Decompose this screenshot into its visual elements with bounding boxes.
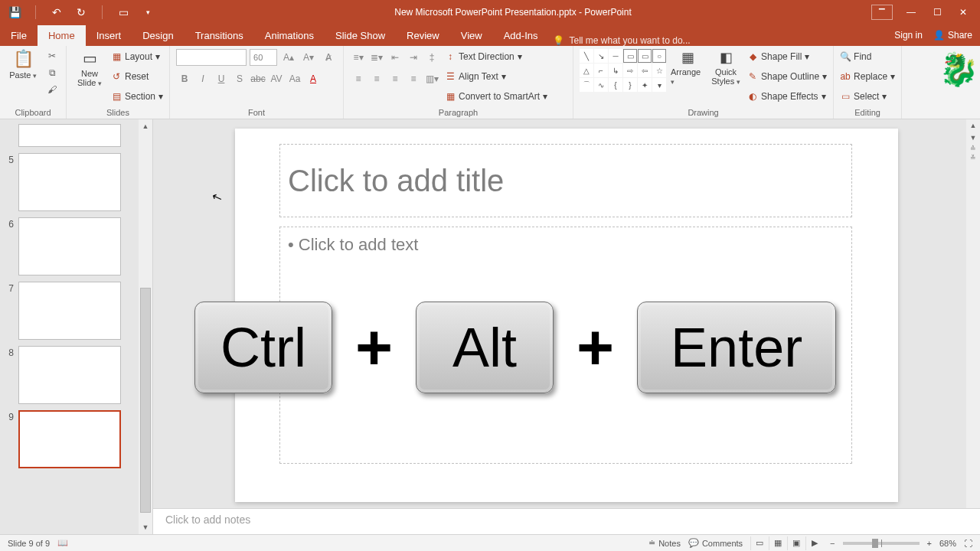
zoom-level[interactable]: 68% <box>939 539 956 548</box>
comments-toggle[interactable]: 💬 Comments <box>688 538 743 548</box>
numbering-button[interactable]: ≣▾ <box>368 49 385 66</box>
previous-slide-icon[interactable]: ≙ <box>966 144 980 153</box>
italic-button[interactable]: I <box>194 70 211 87</box>
scroll-handle[interactable] <box>140 288 151 512</box>
thumbnail-row[interactable]: 8 <box>0 343 139 407</box>
layout-button[interactable]: ▦Layout ▾ <box>111 49 163 64</box>
thumbnail-row[interactable] <box>0 121 139 150</box>
thumbnail-row[interactable]: 5 <box>0 150 139 214</box>
decrease-font-icon[interactable]: A▾ <box>300 49 317 66</box>
thumbnails-scrollbar[interactable]: ▲ ▼ <box>139 119 152 534</box>
shape-fill-button[interactable]: ◆Shape Fill ▾ <box>747 49 827 64</box>
shapes-gallery[interactable]: ╲↘─▭▭○ △⌐↳⇨⇦☆ ⌒∿{}✦▾ <box>580 49 666 92</box>
tab-view[interactable]: View <box>450 25 493 46</box>
paste-button[interactable]: 📋 Paste <box>6 49 40 80</box>
slide-counter[interactable]: Slide 9 of 9 <box>8 539 50 548</box>
zoom-slider[interactable] <box>843 542 920 545</box>
shape-outline-button[interactable]: ✎Shape Outline ▾ <box>747 69 827 84</box>
columns-button[interactable]: ▥▾ <box>423 70 440 87</box>
slide-thumbnail[interactable] <box>18 282 121 340</box>
bullets-button[interactable]: ≡▾ <box>350 49 367 66</box>
text-direction-button[interactable]: ↕Text Direction ▾ <box>445 49 547 64</box>
spellcheck-icon[interactable]: 📖 <box>57 538 68 548</box>
tab-file[interactable]: File <box>0 25 38 46</box>
underline-button[interactable]: U <box>213 70 230 87</box>
tab-design[interactable]: Design <box>132 25 184 46</box>
scroll-down-icon[interactable]: ▼ <box>139 520 152 534</box>
share-button[interactable]: 👤 Share <box>933 30 972 41</box>
tab-transitions[interactable]: Transitions <box>185 25 254 46</box>
notes-pane[interactable]: Click to add notes <box>153 508 980 534</box>
decrease-indent-button[interactable]: ⇤ <box>387 49 403 66</box>
save-icon[interactable]: 💾 <box>8 5 21 19</box>
ribbon-display-options-icon[interactable]: ▔ <box>871 5 893 20</box>
minimize-button[interactable]: — <box>899 3 923 21</box>
zoom-handle[interactable] <box>872 539 878 548</box>
find-button[interactable]: 🔍Find <box>840 49 895 64</box>
reading-view-icon[interactable]: ▣ <box>787 536 804 550</box>
strikethrough-button[interactable]: abc <box>250 70 266 87</box>
slide-thumbnail-selected[interactable] <box>18 410 121 468</box>
slide-thumbnail[interactable] <box>18 217 121 276</box>
convert-smartart-button[interactable]: ▦Convert to SmartArt ▾ <box>445 89 547 104</box>
editor-scrollbar[interactable]: ▲ ▼ ≙ ≚ <box>966 119 980 508</box>
scroll-up-icon[interactable]: ▲ <box>966 119 980 132</box>
cut-icon[interactable]: ✂ <box>44 49 60 63</box>
justify-button[interactable]: ≡ <box>405 70 422 87</box>
tab-addins[interactable]: Add-Ins <box>493 25 549 46</box>
tab-insert[interactable]: Insert <box>86 25 132 46</box>
font-family-select[interactable] <box>176 49 247 66</box>
zoom-out-button[interactable]: − <box>830 539 835 548</box>
tab-review[interactable]: Review <box>396 25 450 46</box>
slide-thumbnail[interactable] <box>18 153 121 211</box>
shadow-button[interactable]: S <box>231 70 248 87</box>
align-center-button[interactable]: ≡ <box>368 70 385 87</box>
scroll-up-icon[interactable]: ▲ <box>139 119 152 133</box>
align-right-button[interactable]: ≡ <box>387 70 403 87</box>
tell-me-search[interactable]: 💡 Tell me what you want to do... <box>553 35 690 46</box>
start-from-beginning-icon[interactable]: ▭ <box>116 5 130 19</box>
copy-icon[interactable]: ⧉ <box>44 66 60 80</box>
thumbnails-list[interactable]: 5 6 7 8 9 <box>0 119 139 534</box>
slide-thumbnail[interactable] <box>18 124 121 147</box>
increase-indent-button[interactable]: ⇥ <box>405 49 422 66</box>
tab-animations[interactable]: Animations <box>254 25 325 46</box>
clear-formatting-icon[interactable]: A̷ <box>320 49 337 66</box>
undo-icon[interactable]: ↶ <box>50 5 64 19</box>
maximize-button[interactable]: ☐ <box>925 3 949 21</box>
arrange-button[interactable]: ▦ Arrange <box>671 49 704 86</box>
fit-to-window-icon[interactable]: ⛶ <box>964 539 972 548</box>
char-spacing-button[interactable]: AV <box>268 70 285 87</box>
redo-icon[interactable]: ↻ <box>74 5 88 19</box>
section-button[interactable]: ▤Section ▾ <box>111 89 163 104</box>
font-color-button[interactable]: A <box>305 70 322 87</box>
slideshow-view-icon[interactable]: ▶ <box>805 536 822 550</box>
new-slide-button[interactable]: ▭ New Slide <box>73 49 106 87</box>
notes-toggle[interactable]: ≐ Notes <box>648 538 681 548</box>
scroll-down-icon[interactable]: ▼ <box>966 132 980 144</box>
thumbnail-row[interactable]: 6 <box>0 214 139 279</box>
replace-button[interactable]: abReplace ▾ <box>840 69 895 84</box>
align-text-button[interactable]: ☰Align Text ▾ <box>445 69 547 84</box>
normal-view-icon[interactable]: ▭ <box>750 536 767 550</box>
tab-slideshow[interactable]: Slide Show <box>325 25 396 46</box>
select-button[interactable]: ▭Select ▾ <box>840 89 895 104</box>
thumbnail-row[interactable]: 9 <box>0 407 139 471</box>
signin-link[interactable]: Sign in <box>894 30 923 41</box>
qat-customize-icon[interactable]: ▾ <box>141 5 155 19</box>
change-case-button[interactable]: Aa <box>286 70 303 87</box>
title-placeholder[interactable]: Click to add title <box>279 144 852 217</box>
slide-sorter-icon[interactable]: ▦ <box>769 536 786 550</box>
next-slide-icon[interactable]: ≚ <box>966 153 980 162</box>
shape-effects-button[interactable]: ◐Shape Effects ▾ <box>747 89 827 104</box>
close-button[interactable]: ✕ <box>951 3 975 21</box>
align-left-button[interactable]: ≡ <box>350 70 367 87</box>
quick-styles-button[interactable]: ◧ Quick Styles <box>709 49 743 86</box>
bold-button[interactable]: B <box>176 70 193 87</box>
reset-button[interactable]: ↺Reset <box>111 69 163 84</box>
font-size-input[interactable] <box>250 49 277 66</box>
thumbnail-row[interactable]: 7 <box>0 279 139 343</box>
format-painter-icon[interactable]: 🖌 <box>44 83 60 96</box>
tab-home[interactable]: Home <box>38 25 86 46</box>
slide-thumbnail[interactable] <box>18 346 121 404</box>
